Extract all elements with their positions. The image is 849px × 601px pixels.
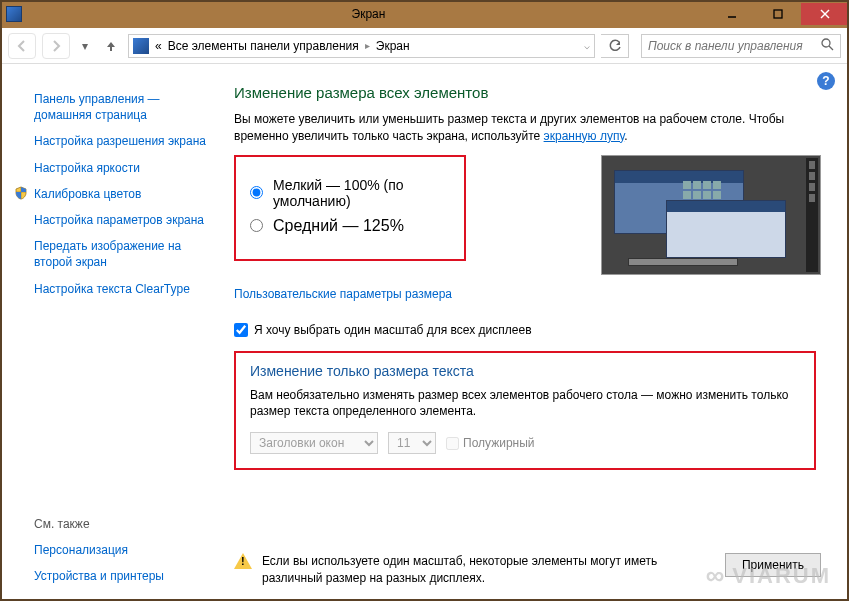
breadcrumb-item-1[interactable]: Все элементы панели управления	[168, 39, 359, 53]
bold-checkbox-row[interactable]: Полужирный	[446, 436, 535, 450]
chevron-right-icon: ▸	[365, 40, 370, 51]
sidebar-item-cleartype[interactable]: Настройка текста ClearType	[6, 276, 218, 302]
text-size-desc: Вам необязательно изменять размер всех э…	[250, 387, 800, 421]
breadcrumb-item-2[interactable]: Экран	[376, 39, 410, 53]
control-panel-icon	[133, 38, 149, 54]
shield-icon	[14, 186, 28, 200]
sidebar-item-personalization[interactable]: Персонализация	[6, 537, 218, 563]
single-scale-checkbox[interactable]	[234, 323, 248, 337]
warning-icon	[234, 553, 252, 571]
svg-point-4	[822, 39, 830, 47]
address-bar[interactable]: « Все элементы панели управления ▸ Экран…	[128, 34, 595, 58]
sidebar-item-display-settings[interactable]: Настройка параметров экрана	[6, 207, 218, 233]
element-dropdown[interactable]: Заголовки окон	[250, 432, 378, 454]
chevron-down-icon[interactable]: ⌵	[584, 40, 590, 51]
sidebar-item-devices-printers[interactable]: Устройства и принтеры	[6, 563, 218, 589]
single-scale-checkbox-row[interactable]: Я хочу выбрать один масштаб для всех дис…	[234, 323, 821, 337]
window-title: Экран	[28, 7, 709, 21]
text-size-section: Изменение только размера текста Вам необ…	[234, 351, 816, 471]
main-content: Изменение размера всех элементов Вы може…	[222, 64, 849, 601]
text-size-heading: Изменение только размера текста	[250, 363, 800, 379]
svg-rect-1	[774, 10, 782, 18]
sidebar-item-resolution[interactable]: Настройка разрешения экрана	[6, 128, 218, 154]
scale-radio-group: Мелкий — 100% (по умолчанию) Средний — 1…	[234, 155, 466, 261]
sidebar: Панель управления — домашняя страница На…	[0, 64, 222, 601]
search-icon[interactable]	[821, 38, 834, 54]
sidebar-item-calibrate[interactable]: Калибровка цветов	[6, 181, 218, 207]
radio-medium[interactable]: Средний — 125%	[250, 217, 446, 235]
refresh-button[interactable]	[601, 34, 629, 58]
svg-line-5	[829, 46, 833, 50]
font-size-dropdown[interactable]: 11	[388, 432, 436, 454]
watermark: ∞ VIARUM	[706, 560, 831, 591]
search-box[interactable]	[641, 34, 841, 58]
sidebar-item-home[interactable]: Панель управления — домашняя страница	[6, 86, 218, 128]
back-button[interactable]	[8, 33, 36, 59]
bold-checkbox[interactable]	[446, 437, 459, 450]
history-dropdown[interactable]: ▾	[76, 39, 94, 53]
watermark-icon: ∞	[706, 560, 727, 591]
up-button[interactable]	[100, 35, 122, 57]
page-title: Изменение размера всех элементов	[234, 84, 821, 101]
minimize-button[interactable]	[709, 3, 755, 25]
app-icon	[6, 6, 22, 22]
preview-thumbnail	[601, 155, 821, 275]
radio-small-input[interactable]	[250, 186, 263, 199]
breadcrumb-prefix: «	[155, 39, 162, 53]
custom-size-link[interactable]: Пользовательские параметры размера	[234, 287, 452, 301]
radio-small[interactable]: Мелкий — 100% (по умолчанию)	[250, 177, 446, 209]
see-also-heading: См. также	[6, 513, 218, 537]
close-button[interactable]	[801, 3, 849, 25]
sidebar-item-project[interactable]: Передать изображение на второй экран	[6, 233, 218, 275]
sidebar-item-brightness[interactable]: Настройка яркости	[6, 155, 218, 181]
search-input[interactable]	[648, 39, 821, 53]
forward-button[interactable]	[42, 33, 70, 59]
page-description: Вы можете увеличить или уменьшить размер…	[234, 111, 821, 145]
magnifier-link[interactable]: экранную лупу	[544, 129, 625, 143]
breadcrumb[interactable]: « Все элементы панели управления ▸ Экран	[155, 39, 584, 53]
radio-medium-input[interactable]	[250, 219, 263, 232]
maximize-button[interactable]	[755, 3, 801, 25]
warning-text: Если вы используете один масштаб, некото…	[262, 553, 715, 587]
